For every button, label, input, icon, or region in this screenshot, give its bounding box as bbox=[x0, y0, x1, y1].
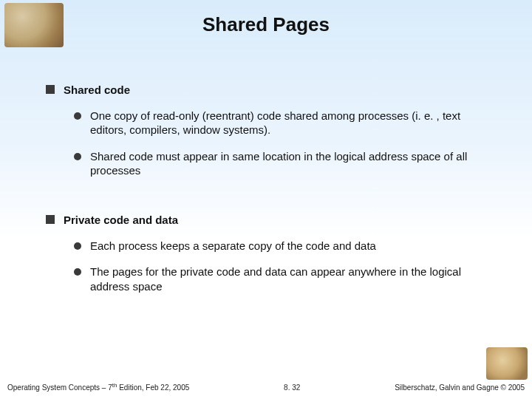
footer-left-post: Edition, Feb 22, 2005 bbox=[117, 384, 189, 392]
square-bullet-icon bbox=[46, 215, 55, 224]
dinosaur-small-logo-icon bbox=[486, 347, 528, 380]
sub-bullet: The pages for the private code and data … bbox=[74, 265, 502, 293]
footer-left-pre: Operating System Concepts – 7 bbox=[7, 384, 112, 392]
bullet-shared-code: Shared code bbox=[46, 83, 502, 97]
circle-bullet-icon bbox=[74, 268, 81, 276]
heading-private-code: Private code and data bbox=[64, 213, 178, 227]
circle-bullet-icon bbox=[74, 153, 81, 160]
slide-header: Shared Pages bbox=[0, 0, 532, 52]
sub-bullet-text: Each process keeps a separate copy of th… bbox=[90, 239, 376, 253]
circle-bullet-icon bbox=[74, 242, 81, 250]
sub-bullet: One copy of read-only (reentrant) code s… bbox=[74, 109, 502, 137]
sub-bullet: Shared code must appear in same location… bbox=[74, 149, 502, 177]
heading-shared-code: Shared code bbox=[64, 83, 130, 97]
sub-bullet-text: One copy of read-only (reentrant) code s… bbox=[90, 109, 480, 137]
slide-footer: Operating System Concepts – 7th Edition,… bbox=[0, 380, 532, 399]
slide-body: Shared code One copy of read-only (reent… bbox=[0, 52, 532, 293]
footer-center: 8. 32 bbox=[189, 383, 395, 392]
circle-bullet-icon bbox=[74, 112, 81, 120]
footer-right: Silberschatz, Galvin and Gagne © 2005 bbox=[395, 383, 525, 392]
sub-bullet-text: The pages for the private code and data … bbox=[90, 265, 480, 293]
footer-left: Operating System Concepts – 7th Edition,… bbox=[7, 382, 189, 392]
sub-bullet-text: Shared code must appear in same location… bbox=[90, 149, 480, 177]
slide-title: Shared Pages bbox=[0, 0, 532, 36]
sub-bullet: Each process keeps a separate copy of th… bbox=[74, 239, 502, 253]
bullet-private-code: Private code and data bbox=[46, 213, 502, 227]
dinosaur-logo-icon bbox=[4, 3, 64, 47]
square-bullet-icon bbox=[46, 85, 55, 94]
